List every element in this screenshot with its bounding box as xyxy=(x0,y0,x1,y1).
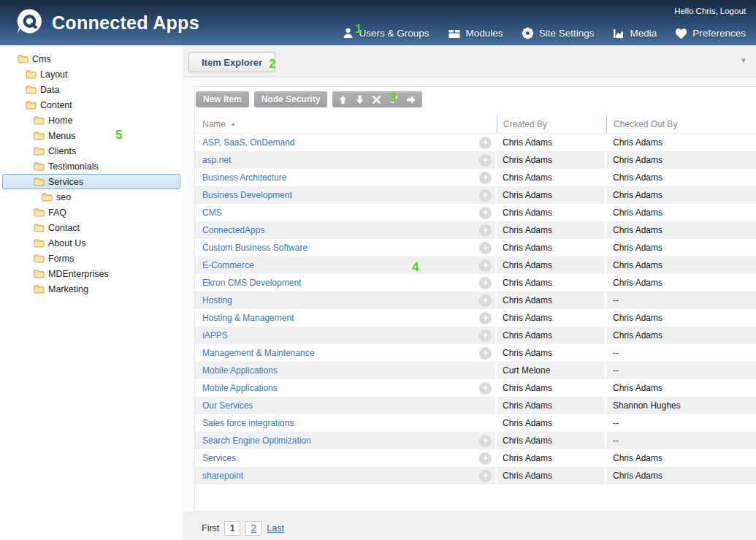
add-child-icon[interactable]: + xyxy=(479,259,492,272)
column-header-created-by[interactable]: Created By xyxy=(497,115,606,133)
add-child-icon[interactable]: + xyxy=(479,347,492,360)
top-navbar: Connected Apps Hello Chris, Logout Users… xyxy=(0,0,756,45)
item-name-link[interactable]: Search Engine Optimization xyxy=(195,436,311,446)
pagination-page-link[interactable]: 2 xyxy=(251,523,256,533)
tree-item-marketing[interactable]: Marketing xyxy=(0,281,183,297)
item-name-link[interactable]: Custom Business Software xyxy=(195,243,308,253)
created-by-cell: Chris Adams xyxy=(497,432,605,449)
node-security-button[interactable]: Node Security xyxy=(254,91,328,107)
name-cell: asp.net+ xyxy=(195,151,495,169)
new-item-button[interactable]: New Item xyxy=(196,91,249,107)
add-child-icon[interactable]: + xyxy=(479,382,492,395)
table-row: iAPPS+Chris AdamsChris Adams xyxy=(195,327,756,344)
item-name-link[interactable]: ConnectedApps xyxy=(195,225,264,235)
pagination-page-2[interactable]: 2 xyxy=(245,521,261,536)
item-name-link[interactable]: CMS xyxy=(195,208,222,218)
delete-icon[interactable] xyxy=(372,95,381,104)
nav-item-preferences[interactable]: Preferences xyxy=(675,27,746,39)
tree-item-data[interactable]: Data xyxy=(0,82,183,97)
tree-item-faq[interactable]: FAQ xyxy=(0,205,183,220)
item-name-link[interactable]: asp.net xyxy=(195,155,231,165)
tree-item-cms[interactable]: Cms xyxy=(0,51,183,66)
add-child-icon[interactable]: + xyxy=(479,277,492,289)
add-child-icon[interactable]: + xyxy=(479,154,492,167)
pagination-pages: 12 xyxy=(224,521,261,536)
item-name-link[interactable]: E-Commerce xyxy=(195,260,254,270)
item-name-link[interactable]: Services xyxy=(195,453,236,463)
tree-item-label: About Us xyxy=(48,238,85,248)
pagination-first[interactable]: First xyxy=(202,523,219,533)
table-row: Hosting+Chris Adams-- xyxy=(195,292,756,309)
tree-item-home[interactable]: Home xyxy=(0,113,183,128)
add-child-icon[interactable]: + xyxy=(479,435,492,447)
item-name-link[interactable]: Business Development xyxy=(195,190,292,200)
logout-link[interactable]: Logout xyxy=(720,7,746,15)
checked-out-by-cell: Chris Adams xyxy=(606,186,756,204)
tree-item-layout[interactable]: Layout xyxy=(0,66,183,82)
tree-item-about-us[interactable]: About Us xyxy=(0,235,183,251)
add-child-icon[interactable]: + xyxy=(479,330,492,342)
name-cell: Management & Maintenance+ xyxy=(195,344,495,362)
item-name-link[interactable]: Hosting & Management xyxy=(195,313,294,323)
content-area: Item Explorer ▼ New ItemNode Security Na… xyxy=(183,45,756,540)
item-name-link[interactable]: Business Architecture xyxy=(195,172,286,183)
add-child-icon[interactable]: + xyxy=(479,137,492,149)
item-name-link[interactable]: Hosting xyxy=(195,295,232,305)
tree-item-label: seo xyxy=(56,192,71,202)
tree-item-mdenterprises[interactable]: MDEnterprises xyxy=(0,266,183,281)
item-name-link[interactable]: sharepoint xyxy=(195,471,243,481)
item-name-link[interactable]: Mobile Applications xyxy=(195,365,278,376)
item-name-link[interactable]: Ekron CMS Development xyxy=(195,278,301,288)
nav-item-label: Modules xyxy=(466,28,503,39)
created-by-cell: Chris Adams xyxy=(497,151,605,169)
move-up-icon[interactable] xyxy=(338,95,348,104)
table-row: ConnectedApps+Chris AdamsChris Adams xyxy=(195,221,756,239)
item-name-link[interactable]: iAPPS xyxy=(195,330,228,341)
tree-item-forms[interactable]: Forms xyxy=(0,251,183,266)
sort-asc-icon: ▲ xyxy=(230,121,236,127)
nav-item-label: Users & Groups xyxy=(359,28,429,39)
column-header-name[interactable]: Name ▲ xyxy=(195,119,497,129)
add-child-icon[interactable]: + xyxy=(479,172,492,184)
table-row: Hosting & Management+Chris AdamsChris Ad… xyxy=(195,309,756,327)
nav-item-media[interactable]: Media xyxy=(612,27,657,39)
table-row: Mobile ApplicationsCurt Melone-- xyxy=(195,362,756,379)
add-child-icon[interactable]: + xyxy=(479,312,492,324)
move-to-icon[interactable] xyxy=(406,95,416,104)
name-cell: Search Engine Optimization+ xyxy=(195,432,495,449)
pagination-last[interactable]: Last xyxy=(267,523,284,533)
item-explorer-tab[interactable]: Item Explorer xyxy=(188,52,275,72)
tree-item-menus[interactable]: Menus xyxy=(0,128,183,143)
item-name-link[interactable]: Mobile Applications xyxy=(195,383,278,393)
add-child-icon[interactable]: + xyxy=(479,242,492,254)
chart-icon xyxy=(612,28,625,39)
checked-out-by-cell: Chris Adams xyxy=(606,449,756,467)
checked-out-by-cell: Chris Adams xyxy=(606,467,756,484)
move-down-icon[interactable] xyxy=(355,95,364,104)
collapse-chevron-icon[interactable]: ▼ xyxy=(740,56,747,64)
item-name-link[interactable]: Our Services xyxy=(195,400,253,411)
pagination-page-1[interactable]: 1 xyxy=(224,521,240,536)
add-child-icon[interactable]: + xyxy=(479,189,492,202)
tree-item-testimonials[interactable]: Testimonials xyxy=(0,159,183,174)
name-cell: ConnectedApps+ xyxy=(195,221,495,239)
tree-item-contact[interactable]: Contact xyxy=(0,220,183,235)
tree-item-content[interactable]: Content xyxy=(0,97,183,113)
column-header-checked-out-by[interactable]: Checked Out By xyxy=(606,115,756,133)
item-name-link[interactable]: ASP, SaaS, OnDemand xyxy=(195,137,295,148)
item-name-link[interactable]: Sales force integrations xyxy=(195,418,294,428)
nav-item-site-settings[interactable]: Site Settings xyxy=(522,27,595,39)
name-cell: Business Development+ xyxy=(195,186,495,204)
add-child-icon[interactable]: + xyxy=(479,294,492,307)
table-row: asp.net+Chris AdamsChris Adams xyxy=(195,151,756,169)
add-child-icon[interactable]: + xyxy=(479,452,492,465)
nav-item-modules[interactable]: Modules xyxy=(448,27,503,39)
tree-item-clients[interactable]: Clients xyxy=(0,143,183,159)
add-child-icon[interactable]: + xyxy=(479,470,492,482)
tree-item-seo[interactable]: seo xyxy=(0,189,183,205)
add-child-icon[interactable]: + xyxy=(479,224,492,237)
created-by-cell: Chris Adams xyxy=(497,169,605,186)
tree-item-services[interactable]: Services xyxy=(2,174,180,189)
item-name-link[interactable]: Management & Maintenance xyxy=(195,348,314,358)
add-child-icon[interactable]: + xyxy=(479,207,492,219)
